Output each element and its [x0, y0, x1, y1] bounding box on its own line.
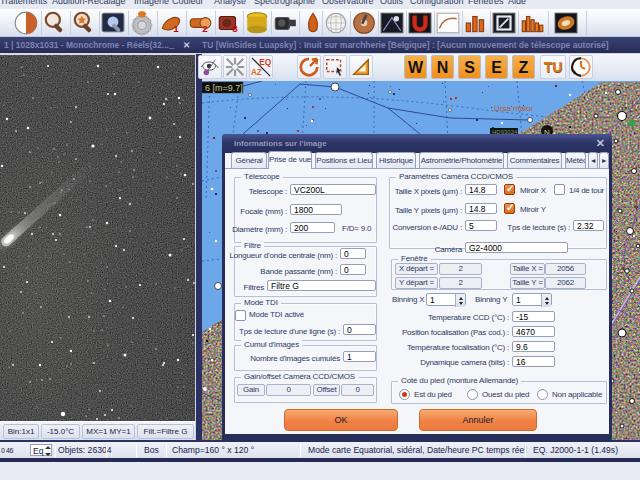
svg-text:EQ: EQ [259, 58, 272, 67]
svg-text:1: 1 [173, 23, 179, 34]
svg-text:3: 3 [232, 23, 238, 34]
svg-text:6 [m=9.7]: 6 [m=9.7] [205, 83, 243, 93]
svg-text:2: 2 [202, 23, 208, 34]
svg-text:AZ: AZ [251, 68, 262, 77]
svg-text:Ursa maior: Ursa maior [494, 104, 533, 113]
